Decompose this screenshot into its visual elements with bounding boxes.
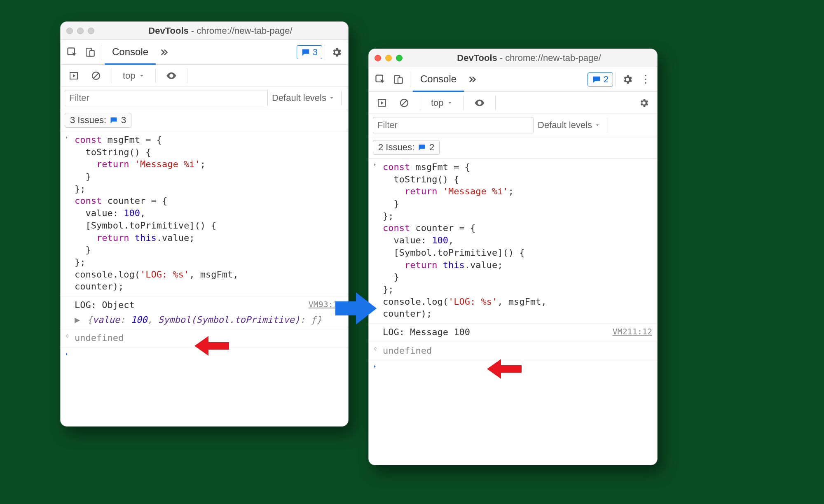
log-output-line: LOG: Message 100 VM211:12: [369, 324, 657, 342]
tab-console[interactable]: Console: [413, 68, 464, 92]
traffic-max-icon[interactable]: [396, 55, 403, 61]
highlight-arrow-right-icon: [487, 358, 522, 380]
traffic-close-icon[interactable]: [375, 55, 381, 61]
issues-row: 3 Issues: 3: [61, 109, 348, 131]
source-link[interactable]: VM211:12: [613, 326, 652, 337]
traffic-min-icon[interactable]: [77, 28, 84, 34]
filter-input[interactable]: [65, 90, 268, 106]
log-text: LOG: Object: [75, 300, 135, 310]
devtools-window-before: DevTools - chrome://new-tab-page/ Consol…: [60, 21, 349, 427]
issues-pill[interactable]: 2 Issues: 2: [373, 140, 440, 155]
titlebar: DevTools - chrome://new-tab-page/: [369, 49, 657, 67]
reply-arrow-icon: [64, 333, 70, 339]
clear-console-icon[interactable]: [395, 94, 413, 112]
inspect-element-icon[interactable]: [371, 70, 389, 89]
issues-badge[interactable]: 2: [588, 72, 613, 86]
log-output-line: LOG: Object VM93:12 ▶ {value: 100, Symbo…: [61, 296, 348, 329]
console-drawer-icon[interactable]: [373, 94, 391, 112]
console-settings-gear-icon[interactable]: [635, 94, 653, 112]
log-levels-selector[interactable]: Default levels: [272, 93, 335, 103]
log-text: LOG: Message 100: [383, 327, 470, 337]
prompt-icon: [64, 351, 70, 357]
settings-gear-icon[interactable]: [328, 43, 346, 61]
svg-point-11: [376, 348, 377, 349]
chevron-right-icon: [64, 135, 70, 140]
window-title: DevTools - chrome://new-tab-page/: [98, 26, 342, 36]
traffic-lights: [375, 55, 403, 61]
filter-row: Default levels: [369, 114, 657, 136]
svg-rect-8: [398, 77, 403, 83]
undefined-label: undefined: [75, 333, 124, 343]
filter-row: Default levels: [61, 87, 348, 109]
traffic-max-icon[interactable]: [88, 28, 94, 34]
object-preview[interactable]: ▶ {value: 100, Symbol(Symbol.toPrimitive…: [75, 314, 344, 326]
kebab-menu-icon[interactable]: ⋮: [637, 70, 655, 89]
window-title: DevTools - chrome://new-tab-page/: [407, 53, 651, 63]
tab-console[interactable]: Console: [105, 40, 156, 65]
console-input-snippet: const msgFmt = { toString() { return 'Me…: [61, 131, 348, 296]
device-toolbar-icon[interactable]: [389, 70, 407, 89]
traffic-min-icon[interactable]: [385, 55, 392, 61]
tabs-row: Console 2 ⋮: [369, 67, 657, 92]
reply-arrow-icon: [372, 345, 379, 352]
live-expression-eye-icon[interactable]: [162, 67, 180, 85]
expand-triangle-icon[interactable]: ▶: [75, 314, 80, 326]
log-levels-selector[interactable]: Default levels: [538, 120, 600, 131]
console-input-snippet: const msgFmt = { toString() { return 'Me…: [369, 159, 657, 324]
return-value-line: undefined: [369, 342, 657, 361]
issues-row: 2 Issues: 2: [369, 136, 657, 159]
filter-input[interactable]: [373, 117, 534, 133]
traffic-lights: [66, 28, 94, 34]
inspect-element-icon[interactable]: [63, 43, 81, 61]
traffic-close-icon[interactable]: [66, 28, 73, 34]
console-body: const msgFmt = { toString() { return 'Me…: [61, 131, 348, 426]
context-selector[interactable]: top: [427, 96, 457, 110]
svg-rect-2: [90, 50, 94, 56]
console-toolbar: top: [369, 92, 657, 114]
clear-console-icon[interactable]: [87, 67, 105, 85]
prompt-icon: [372, 364, 378, 369]
settings-gear-icon[interactable]: [618, 70, 637, 89]
console-body: const msgFmt = { toString() { return 'Me…: [369, 159, 657, 465]
context-selector[interactable]: top: [119, 69, 149, 83]
svg-point-5: [68, 336, 69, 336]
transition-arrow-icon: [335, 290, 377, 327]
live-expression-eye-icon[interactable]: [471, 94, 489, 112]
titlebar: DevTools - chrome://new-tab-page/: [61, 22, 348, 40]
issues-pill[interactable]: 3 Issues: 3: [65, 113, 131, 128]
more-tabs-icon[interactable]: [464, 75, 481, 84]
tabs-row: Console 3: [61, 40, 348, 65]
highlight-arrow-left-icon: [194, 335, 229, 357]
more-tabs-icon[interactable]: [156, 48, 173, 57]
undefined-label: undefined: [383, 345, 432, 356]
device-toolbar-icon[interactable]: [81, 43, 99, 61]
chevron-right-icon: [372, 162, 378, 168]
console-toolbar: top: [61, 65, 348, 87]
devtools-window-after: DevTools - chrome://new-tab-page/ Consol…: [368, 49, 658, 465]
console-drawer-icon[interactable]: [65, 67, 83, 85]
issues-badge[interactable]: 3: [297, 45, 322, 59]
